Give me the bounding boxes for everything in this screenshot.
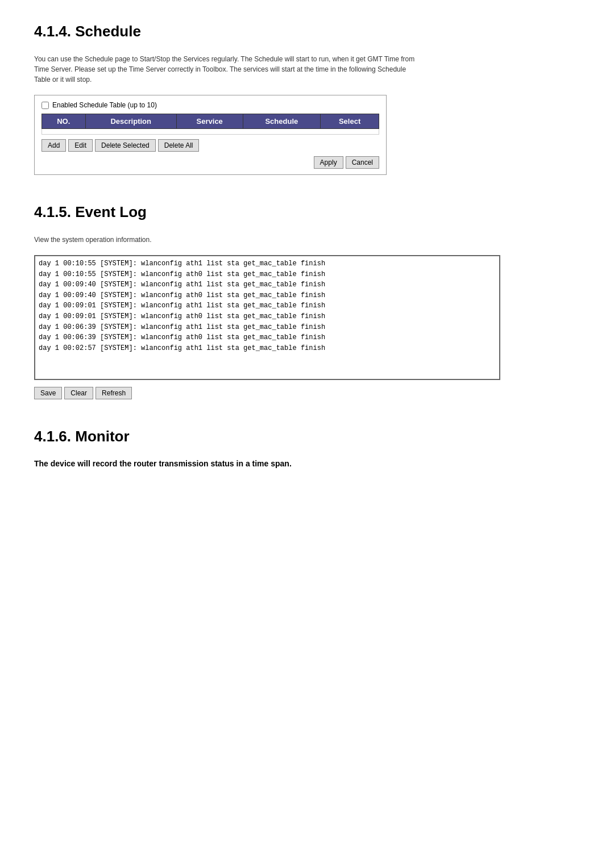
schedule-title: 4.1.4. Schedule	[34, 23, 580, 40]
apply-row: Apply Cancel	[42, 156, 379, 169]
delete-all-button[interactable]: Delete All	[158, 139, 200, 152]
event-log-box[interactable]: day 1 00:10:55 [SYSTEM]: wlanconfig ath1…	[34, 255, 500, 380]
log-line: day 1 00:09:01 [SYSTEM]: wlanconfig ath0…	[39, 311, 496, 322]
apply-button[interactable]: Apply	[314, 156, 343, 169]
col-service: Service	[176, 114, 243, 129]
monitor-section: 4.1.6. Monitor The device will record th…	[34, 428, 580, 468]
refresh-button[interactable]: Refresh	[96, 387, 132, 399]
log-line: day 1 00:02:57 [SYSTEM]: wlanconfig ath1…	[39, 343, 496, 354]
cancel-button[interactable]: Cancel	[346, 156, 379, 169]
log-line: day 1 00:09:01 [SYSTEM]: wlanconfig ath1…	[39, 301, 496, 311]
monitor-description: The device will record the router transm…	[34, 459, 580, 468]
log-line: day 1 00:09:40 [SYSTEM]: wlanconfig ath1…	[39, 279, 496, 290]
event-log-btn-row: Save Clear Refresh	[34, 387, 580, 399]
schedule-container: Enabled Schedule Table (up to 10) NO. De…	[34, 95, 387, 175]
col-schedule: Schedule	[243, 114, 321, 129]
log-line: day 1 00:10:55 [SYSTEM]: wlanconfig ath1…	[39, 258, 496, 269]
event-log-section: 4.1.5. Event Log View the system operati…	[34, 203, 580, 399]
col-no: NO.	[42, 114, 86, 129]
log-line: day 1 00:10:55 [SYSTEM]: wlanconfig ath0…	[39, 269, 496, 280]
save-button[interactable]: Save	[34, 387, 62, 399]
delete-selected-button[interactable]: Delete Selected	[95, 139, 156, 152]
enabled-checkbox[interactable]	[42, 102, 49, 109]
monitor-title: 4.1.6. Monitor	[34, 428, 580, 445]
log-line: day 1 00:06:39 [SYSTEM]: wlanconfig ath0…	[39, 332, 496, 343]
col-select: Select	[321, 114, 379, 129]
schedule-section: 4.1.4. Schedule You can use the Schedule…	[34, 23, 580, 175]
enabled-label-text: Enabled Schedule Table (up to 10)	[52, 101, 157, 109]
schedule-description: You can use the Schedule page to Start/S…	[34, 54, 421, 85]
edit-button[interactable]: Edit	[68, 139, 93, 152]
schedule-table: NO. Description Service Schedule Select	[42, 114, 379, 135]
schedule-btn-row: Add Edit Delete Selected Delete All	[42, 139, 379, 152]
log-line: day 1 00:09:40 [SYSTEM]: wlanconfig ath0…	[39, 290, 496, 301]
clear-button[interactable]: Clear	[64, 387, 93, 399]
col-description: Description	[85, 114, 176, 129]
event-log-inner[interactable]: day 1 00:10:55 [SYSTEM]: wlanconfig ath1…	[35, 256, 499, 379]
enabled-label-row: Enabled Schedule Table (up to 10)	[42, 101, 379, 109]
add-button[interactable]: Add	[42, 139, 66, 152]
log-line: day 1 00:06:39 [SYSTEM]: wlanconfig ath1…	[39, 322, 496, 333]
event-log-title: 4.1.5. Event Log	[34, 203, 580, 221]
table-empty-row	[42, 129, 379, 135]
event-log-description: View the system operation information.	[34, 235, 421, 245]
